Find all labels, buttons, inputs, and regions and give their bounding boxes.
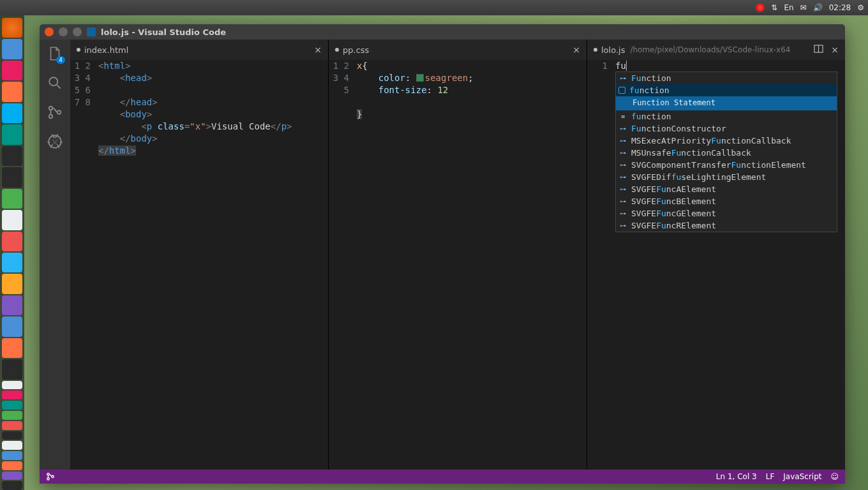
system-top-panel: ⇅ En ✉ 🔊 02:28 ⚙ bbox=[0, 0, 868, 15]
launcher-item[interactable] bbox=[2, 232, 22, 251]
tab-label: pp.css bbox=[343, 45, 369, 55]
window-titlebar[interactable]: lolo.js - Visual Studio Code bbox=[40, 24, 845, 40]
svg-point-7 bbox=[47, 478, 50, 480]
launcher-item[interactable] bbox=[2, 295, 22, 315]
launcher-item[interactable] bbox=[2, 39, 22, 59]
explorer-icon[interactable]: 4 bbox=[46, 45, 64, 63]
launcher-item[interactable] bbox=[2, 274, 22, 293]
sound-indicator[interactable]: 🔊 bbox=[813, 3, 823, 12]
mail-indicator[interactable]: ✉ bbox=[800, 3, 807, 12]
snippet-icon bbox=[618, 87, 625, 94]
autocomplete-label: function bbox=[631, 110, 671, 122]
window-maximize-button[interactable] bbox=[73, 27, 82, 36]
eol-indicator[interactable]: LF bbox=[766, 472, 775, 481]
keyword-icon: ⊶ bbox=[618, 221, 627, 230]
status-bar: Ln 1, Col 3 LF JavaScript ☺ bbox=[40, 470, 845, 484]
launcher-item[interactable] bbox=[2, 146, 22, 166]
autocomplete-item[interactable]: ⊶SVGFEFuncAElement bbox=[616, 183, 837, 195]
editor-2[interactable]: 1 2 3 4 5 x{ color: seagreen; font-size:… bbox=[329, 60, 587, 470]
keyword-icon: ⊶ bbox=[618, 161, 627, 170]
tab-index-html[interactable]: index.html × bbox=[70, 40, 328, 60]
enum-icon: ≡ bbox=[618, 112, 627, 121]
line-gutter: 1 2 3 4 5 6 7 8 bbox=[70, 60, 98, 470]
code-content[interactable]: <html> <head> </head> <body> <p class="x… bbox=[98, 60, 328, 470]
launcher-item[interactable] bbox=[2, 61, 22, 80]
autocomplete-popup[interactable]: ⊶FunctionfunctionFunction Statement≡func… bbox=[615, 71, 837, 232]
feedback-icon[interactable]: ☺ bbox=[830, 472, 839, 481]
launcher-item[interactable] bbox=[2, 359, 22, 379]
launcher-item[interactable] bbox=[2, 210, 22, 230]
launcher-item[interactable] bbox=[2, 381, 22, 390]
launcher-item[interactable] bbox=[2, 451, 22, 460]
autocomplete-item[interactable]: ⊶MSUnsafeFunctionCallback bbox=[616, 147, 837, 159]
svg-point-0 bbox=[49, 77, 57, 85]
launcher-item[interactable] bbox=[2, 421, 22, 430]
autocomplete-item[interactable]: function bbox=[616, 84, 837, 96]
svg-point-8 bbox=[52, 475, 54, 478]
text-cursor bbox=[626, 61, 627, 71]
autocomplete-item[interactable]: ⊶SVGComponentTransferFunctionElement bbox=[616, 159, 837, 171]
launcher-item[interactable] bbox=[2, 253, 22, 272]
autocomplete-item[interactable]: ⊶SVGFEFuncGElement bbox=[616, 207, 837, 219]
language-mode[interactable]: JavaScript bbox=[783, 472, 821, 481]
gear-indicator[interactable]: ⚙ bbox=[857, 3, 864, 12]
launcher-item[interactable] bbox=[2, 471, 22, 480]
git-icon[interactable] bbox=[46, 103, 64, 121]
launcher-item[interactable] bbox=[2, 316, 22, 336]
code-content[interactable]: fu ⊶FunctionfunctionFunction Statement≡f… bbox=[615, 60, 845, 470]
autocomplete-item[interactable]: ⊶Function bbox=[616, 72, 837, 84]
autocomplete-item[interactable]: ⊶SVGFEFuncBElement bbox=[616, 195, 837, 207]
debug-icon[interactable] bbox=[46, 133, 64, 151]
editor-pane-1: index.html × 1 2 3 4 5 6 7 8 <html> <hea… bbox=[70, 40, 328, 470]
keyword-icon: ⊶ bbox=[618, 149, 627, 158]
launcher-item[interactable] bbox=[2, 167, 22, 187]
launcher-item[interactable] bbox=[2, 401, 22, 410]
autocomplete-item[interactable]: ⊶SVGFEDiffuseLightingElement bbox=[616, 171, 837, 183]
close-tab-icon[interactable]: × bbox=[572, 45, 580, 55]
launcher-item[interactable] bbox=[2, 390, 22, 399]
keyword-icon: ⊶ bbox=[618, 173, 627, 182]
tab-lolo-js[interactable]: lolo.js /home/pixel/Downloads/VSCode-lin… bbox=[587, 40, 845, 60]
window-close-button[interactable] bbox=[45, 27, 54, 36]
launcher-item[interactable] bbox=[2, 124, 22, 144]
autocomplete-item[interactable]: ≡function bbox=[616, 110, 837, 122]
launcher-item[interactable] bbox=[2, 338, 22, 358]
launcher-item[interactable] bbox=[2, 411, 22, 420]
close-tab-icon[interactable]: × bbox=[314, 45, 322, 55]
autocomplete-label: FunctionConstructor bbox=[631, 122, 726, 135]
git-branch-status[interactable] bbox=[46, 472, 55, 481]
editor-3[interactable]: 1 fu ⊶FunctionfunctionFunction Statement… bbox=[587, 60, 845, 470]
split-editor-icon[interactable] bbox=[814, 44, 823, 56]
modified-dot-icon bbox=[77, 48, 80, 52]
autocomplete-item[interactable]: ⊶SVGFEFuncRElement bbox=[616, 219, 837, 232]
autocomplete-label: SVGFEFuncGElement bbox=[631, 207, 716, 219]
close-tab-icon[interactable]: × bbox=[831, 45, 839, 55]
launcher-item[interactable] bbox=[2, 431, 22, 440]
keyboard-indicator[interactable]: En bbox=[784, 3, 793, 12]
network-indicator[interactable]: ⇅ bbox=[771, 3, 777, 12]
launcher-item[interactable] bbox=[2, 189, 22, 209]
launcher-item[interactable] bbox=[2, 441, 22, 450]
launcher-item[interactable] bbox=[2, 461, 22, 470]
autocomplete-item[interactable]: ⊶MSExecAtPriorityFunctionCallback bbox=[616, 135, 837, 147]
code-content[interactable]: x{ color: seagreen; font-size: 12 } bbox=[357, 60, 587, 470]
autocomplete-item[interactable]: ⊶FunctionConstructor bbox=[616, 122, 837, 135]
activity-bar: 4 bbox=[40, 40, 70, 470]
window-minimize-button[interactable] bbox=[59, 27, 68, 36]
search-icon[interactable] bbox=[46, 74, 64, 92]
record-indicator[interactable] bbox=[756, 3, 765, 12]
keyword-icon: ⊶ bbox=[618, 209, 627, 218]
tab-pp-css[interactable]: pp.css × bbox=[329, 40, 587, 60]
clock-indicator[interactable]: 02:28 bbox=[829, 3, 851, 12]
editor-area: index.html × 1 2 3 4 5 6 7 8 <html> <hea… bbox=[70, 40, 845, 470]
cursor-position[interactable]: Ln 1, Col 3 bbox=[716, 472, 757, 481]
keyword-icon: ⊶ bbox=[618, 124, 627, 133]
launcher-item[interactable] bbox=[2, 103, 22, 123]
vscode-app-icon bbox=[87, 27, 96, 36]
editor-1[interactable]: 1 2 3 4 5 6 7 8 <html> <head> </head> <b… bbox=[70, 60, 328, 470]
launcher-item[interactable] bbox=[2, 481, 22, 490]
svg-point-2 bbox=[49, 115, 52, 118]
launcher-item[interactable] bbox=[2, 18, 22, 38]
autocomplete-label: function bbox=[629, 84, 670, 96]
launcher-item[interactable] bbox=[2, 82, 22, 101]
